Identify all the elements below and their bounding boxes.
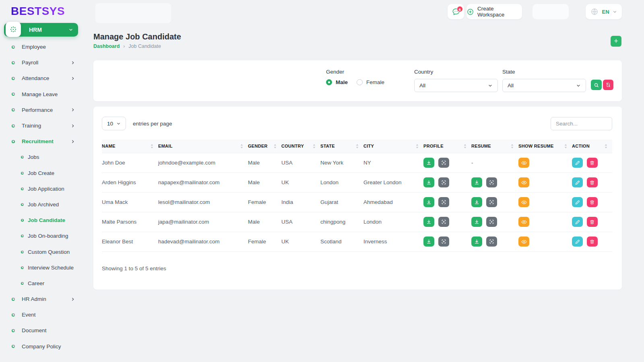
gender-female-radio[interactable]: Female (357, 79, 384, 85)
column-header[interactable]: RESUME (471, 140, 518, 153)
resume-view-button[interactable] (486, 237, 497, 247)
state-select[interactable]: All (502, 79, 586, 92)
sidebar-item[interactable]: Recruitment (0, 134, 85, 149)
profile-download-button[interactable] (423, 177, 434, 187)
sidebar-item[interactable]: Training (0, 118, 85, 134)
profile-download-button[interactable] (423, 197, 434, 207)
focus-frame-icon (441, 219, 446, 224)
edit-button[interactable] (572, 197, 583, 207)
profile-download-button[interactable] (423, 158, 434, 168)
profile-view-button[interactable] (438, 158, 449, 168)
module-selector[interactable]: HRM (4, 23, 78, 37)
cell-state: Gujarat (320, 192, 363, 212)
sidebar-item[interactable]: Performance (0, 102, 85, 118)
sidebar-item[interactable]: Attendance (0, 70, 85, 86)
table-row: Uma Mack lesol@mailinator.com Female Ind… (102, 192, 612, 212)
entries-per-page-label: entries per page (133, 121, 172, 127)
create-workspace-button[interactable]: Create Workspace (466, 4, 522, 19)
delete-button[interactable] (587, 237, 598, 247)
resume-download-button[interactable] (471, 237, 482, 247)
filter-search-button[interactable] (591, 80, 602, 90)
column-header-label: GENDER (248, 144, 268, 148)
gender-male-radio[interactable]: Male (326, 79, 348, 85)
sidebar-item-label: Attendance (22, 75, 49, 81)
sidebar-item[interactable]: Jobs (0, 149, 85, 165)
column-header[interactable]: CITY (363, 140, 423, 153)
hrm-module-icon (9, 25, 17, 33)
resume-download-button[interactable] (471, 177, 482, 187)
resume-view-button[interactable] (486, 177, 497, 187)
profile-view-button[interactable] (438, 237, 449, 247)
country-select[interactable]: All (414, 79, 498, 92)
column-header[interactable]: COUNTRY (281, 140, 320, 153)
sidebar-bullet-icon (12, 313, 15, 317)
resume-view-button[interactable] (486, 197, 497, 207)
edit-button[interactable] (572, 217, 583, 227)
sidebar-item-label: Job Candidate (28, 217, 65, 223)
resume-download-button[interactable] (471, 197, 482, 207)
filter-clear-button[interactable] (603, 80, 613, 90)
cell-city: NY (363, 153, 423, 173)
sidebar-item[interactable]: Job Archived (0, 197, 85, 212)
column-header[interactable]: ACTION (572, 140, 612, 153)
delete-button[interactable] (587, 197, 598, 207)
sidebar-item[interactable]: Career (0, 276, 85, 291)
cell-resume: - (471, 153, 518, 173)
column-header[interactable]: NAME (102, 140, 158, 153)
sidebar-item[interactable]: Job Candidate (0, 212, 85, 228)
cell-resume (471, 232, 518, 251)
resume-download-button[interactable] (471, 217, 482, 227)
profile-download-button[interactable] (423, 237, 434, 247)
page-size-select[interactable]: 10 (102, 117, 126, 130)
cell-gender: Male (248, 212, 281, 232)
sidebar-item[interactable]: Company Policy (0, 339, 85, 354)
profile-view-button[interactable] (438, 197, 449, 207)
sidebar-item[interactable]: Payroll (0, 55, 85, 70)
column-header[interactable]: EMAIL (158, 140, 248, 153)
column-header[interactable]: PROFILE (423, 140, 471, 153)
radio-checked-icon (326, 79, 332, 85)
column-header[interactable]: SHOW RESUME (518, 140, 572, 153)
show-resume-button[interactable] (518, 217, 529, 227)
chat-badge: 6 (457, 6, 463, 12)
cell-profile (423, 173, 471, 192)
gender-male-label: Male (336, 79, 348, 85)
sidebar-item[interactable]: Job Application (0, 181, 85, 197)
profile-download-button[interactable] (423, 217, 434, 227)
sidebar-item[interactable]: Manage Leave (0, 86, 85, 102)
language-selector[interactable]: EN (586, 4, 622, 19)
sidebar-item[interactable]: Employee (0, 39, 85, 55)
delete-button[interactable] (587, 158, 598, 168)
cell-city: Ahmedabad (363, 192, 423, 212)
column-header[interactable]: GENDER (248, 140, 281, 153)
sidebar-item[interactable]: Job On-boarding (0, 228, 85, 244)
show-resume-button[interactable] (518, 177, 529, 187)
edit-button[interactable] (572, 158, 583, 168)
show-resume-button[interactable] (518, 158, 529, 168)
table-search-input[interactable] (551, 117, 612, 130)
cell-city: Greater London (363, 173, 423, 192)
column-header[interactable]: STATE (320, 140, 363, 153)
delete-button[interactable] (587, 177, 598, 187)
sidebar-item[interactable]: Custom Question (0, 244, 85, 259)
sidebar-item[interactable]: Interview Schedule (0, 260, 85, 276)
trash-icon (590, 220, 594, 224)
edit-button[interactable] (572, 237, 583, 247)
sidebar-item[interactable]: Event (0, 307, 85, 323)
resume-view-button[interactable] (486, 217, 497, 227)
show-resume-button[interactable] (518, 197, 529, 207)
sidebar-item[interactable]: HR Admin (0, 291, 85, 307)
sidebar-bullet-icon (21, 156, 24, 158)
sidebar-item[interactable]: Job Create (0, 165, 85, 181)
profile-view-button[interactable] (438, 177, 449, 187)
show-resume-button[interactable] (518, 237, 529, 247)
edit-button[interactable] (572, 177, 583, 187)
profile-view-button[interactable] (438, 217, 449, 227)
cell-show-resume (518, 173, 572, 192)
delete-button[interactable] (587, 217, 598, 227)
sidebar-item[interactable]: Document (0, 323, 85, 338)
breadcrumb-dashboard-link[interactable]: Dashboard (93, 43, 120, 49)
chat-button[interactable]: 6 (448, 4, 464, 19)
sidebar-item-label: Job Archived (28, 202, 59, 208)
add-candidate-button[interactable]: + (611, 36, 621, 47)
